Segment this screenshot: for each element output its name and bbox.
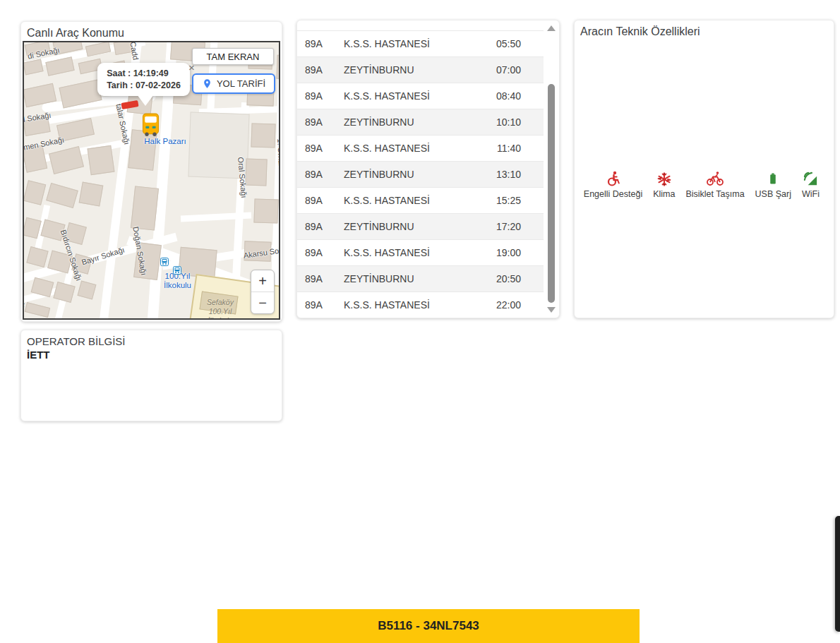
row-line-code: 89A [297,90,344,102]
zoom-out-button[interactable]: − [251,292,274,313]
row-time: 08:40 [481,90,544,102]
feature-item: Engelli Desteği [584,170,642,199]
row-time: 13:10 [481,169,544,180]
feature-label: Bisiklet Taşıma [685,189,744,199]
row-time: 05:50 [481,38,544,49]
school-area-line: İlkokulu [192,316,248,320]
row-destination: K.S.S. HASTANESİ [344,299,481,311]
directions-button[interactable]: YOL TARİFİ [192,73,275,94]
bus-stop-icon[interactable] [160,258,169,266]
map-pin-icon [202,78,212,89]
table-row[interactable]: 89A ZEYTİNBURNU 07:00 [297,56,544,83]
feature-label: WiFi [802,189,820,199]
row-destination: K.S.S. HASTANESİ [344,38,481,49]
row-line-code: 89A [297,195,344,206]
row-destination: K.S.S. HASTANESİ [344,195,481,206]
row-destination: K.S.S. HASTANESİ [344,247,481,258]
features-list: Engelli Desteği Klima Bisiklet Taşıma [584,170,820,199]
scroll-down-arrow[interactable] [547,307,556,313]
row-line-code: 89A [297,273,344,284]
scrollbar-thumb[interactable] [548,84,555,303]
row-time: 11:40 [481,143,544,154]
row-destination: K.S.S. HASTANESİ [344,90,481,102]
feature-item: Bisiklet Taşıma [685,170,744,199]
table-row[interactable]: 89A K.S.S. HASTANESİ 11:40 [297,135,544,161]
row-time: 20:50 [481,273,544,284]
feature-label: Klima [653,189,675,199]
scroll-up-arrow[interactable] [547,25,556,31]
row-line-code: 89A [297,221,344,232]
vehicle-info-tooltip: Saat : 14:19:49 Tarih : 07-02-2026 [97,63,190,96]
wheelchair-icon [604,170,621,187]
street-label: men Sokağı [23,136,65,152]
table-row[interactable]: 89A ZEYTİNBURNU 20:50 [297,265,544,292]
timetable-panel: 89A K.S.S. HASTANESİ 05:50 89A ZEYTİNBUR… [296,20,560,318]
feature-item: Klima [653,172,675,199]
tooltip-time: Saat : 14:19:49 [107,68,181,80]
battery-icon [766,170,780,187]
scrollbar [546,23,557,316]
row-time: 22:00 [481,299,544,311]
row-time: 10:10 [481,116,544,128]
row-line-code: 89A [297,38,344,49]
technical-features-panel: Aracın Teknik Özellikleri Engelli Desteğ… [574,20,834,318]
tooltip-date: Tarih : 07-02-2026 [107,80,181,92]
table-row[interactable]: 89A K.S.S. HASTANESİ 15:25 [297,187,544,213]
row-destination: ZEYTİNBURNU [344,273,481,284]
row-line-code: 89A [297,116,344,128]
table-row[interactable]: 89A K.S.S. HASTANESİ 22:00 [297,292,544,318]
row-line-code: 89A [297,64,344,76]
row-line-code: 89A [297,169,344,180]
row-destination: K.S.S. HASTANESİ [344,143,481,154]
table-row[interactable]: 89A ZEYTİNBURNU 13:10 [297,161,544,187]
school-area-line: Sefaköy [192,298,248,307]
bicycle-icon [706,170,724,187]
row-destination: ZEYTİNBURNU [344,64,481,76]
map-zoom-control: + − [251,270,275,314]
table-row[interactable]: 89A ZEYTİNBURNU 17:20 [297,213,544,239]
live-location-title: Canlı Araç Konumu [21,22,282,42]
row-destination: ZEYTİNBURNU [344,169,481,180]
directions-button-label: YOL TARİFİ [217,78,265,89]
feature-label: USB Şarj [755,189,791,199]
table-row[interactable]: 89A K.S.S. HASTANESİ 05:50 [297,30,544,56]
edge-widget-strip[interactable] [835,516,840,632]
vehicle-id-banner: B5116 - 34NL7543 [217,609,640,643]
row-line-code: 89A [297,299,344,311]
row-time: 17:20 [481,221,544,232]
zoom-in-button[interactable]: + [251,270,274,292]
school-area-line: 100.Yıl [192,307,248,316]
tooltip-tail [137,95,154,106]
row-time: 07:00 [481,64,544,76]
table-row[interactable]: 89A K.S.S. HASTANESİ 19:00 [297,239,544,265]
schedule-table: 89A K.S.S. HASTANESİ 05:50 89A ZEYTİNBUR… [297,30,544,318]
fullscreen-button[interactable]: TAM EKRAN [192,48,274,65]
school-name-line: İlkokulu [155,281,200,290]
table-row[interactable]: 89A ZEYTİNBURNU 10:10 [297,109,544,135]
table-row[interactable]: 89A K.S.S. HASTANESİ 08:40 [297,83,544,109]
feature-item: WiFi [802,171,820,199]
operator-info-title: OPERATOR BİLGİSİ [21,330,282,347]
feature-item: USB Şarj [755,170,791,199]
live-location-panel: Canlı Araç Konumu di Sokağı l Sokağı men… [20,21,282,322]
vehicle-bus-icon[interactable] [141,113,160,136]
operator-name: İETT [21,347,282,362]
feature-label: Engelli Desteği [584,189,642,199]
row-line-code: 89A [297,247,344,258]
row-destination: ZEYTİNBURNU [344,116,481,128]
operator-info-panel: OPERATOR BİLGİSİ İETT [20,330,282,421]
row-time: 15:25 [481,195,544,206]
row-destination: ZEYTİNBURNU [344,221,481,232]
bus-stop-icon[interactable] [173,266,181,275]
bus-stop-label: Halk Pazarı [133,137,197,146]
row-line-code: 89A [297,143,344,154]
vehicle-id-text: B5116 - 34NL7543 [378,619,479,633]
wifi-icon [803,171,819,187]
row-time: 19:00 [481,247,544,258]
map-canvas[interactable]: di Sokağı l Sokağı men Sokağı talar Soka… [23,41,280,320]
snowflake-icon [656,172,672,187]
technical-features-title: Aracın Teknik Özellikleri [575,20,834,40]
